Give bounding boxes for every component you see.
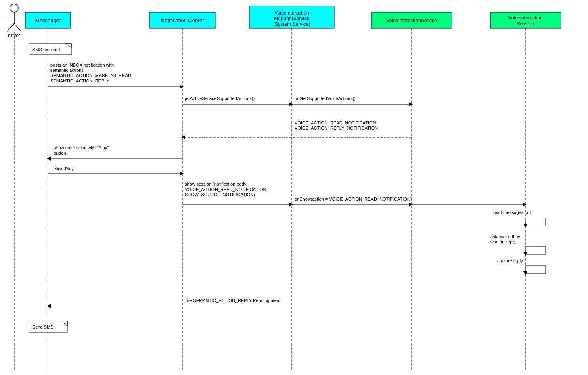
svg-marker-50 <box>180 172 184 176</box>
svg-text:ask user if they: ask user if they <box>490 234 520 239</box>
svg-text:VoiceInteraction: VoiceInteraction <box>274 10 309 16</box>
svg-line-4 <box>14 23 21 31</box>
svg-text:Notification Center: Notification Center <box>161 17 205 23</box>
svg-text:driver: driver <box>8 33 20 38</box>
svg-text:SEMANTIC_ACTION_REPLY: SEMANTIC_ACTION_REPLY <box>50 78 110 83</box>
svg-text:VOICE_ACTION_REPLY_NOTIFICATIO: VOICE_ACTION_REPLY_NOTIFICATION <box>295 126 378 130</box>
svg-canvas: Messenger Notification Center VoiceInter… <box>0 0 588 375</box>
svg-text:ManagerService: ManagerService <box>274 16 310 21</box>
svg-marker-33 <box>180 85 184 89</box>
svg-text:click "Play": click "Play" <box>54 166 75 171</box>
svg-text:fire SEMANTIC_ACTION_REPLY Pen: fire SEMANTIC_ACTION_REPLY PendingIntent <box>186 298 280 303</box>
svg-text:onShow(action = VOICE_ACTION_R: onShow(action = VOICE_ACTION_READ_NOTIFI… <box>295 197 412 201</box>
svg-marker-43 <box>181 135 185 139</box>
svg-text:VOICE_ACTION_READ_NOTIFICATION: VOICE_ACTION_READ_NOTIFICATION, <box>295 120 377 125</box>
svg-text:read messages out: read messages out <box>493 210 531 215</box>
svg-text:SEMANTIC_ACTION_MARK_AS_READ,: SEMANTIC_ACTION_MARK_AS_READ, <box>50 73 132 78</box>
svg-text:capture reply: capture reply <box>497 258 523 263</box>
svg-text:posts an INBOX notification wi: posts an INBOX notification with <box>50 63 114 67</box>
svg-text:Send SMS: Send SMS <box>32 325 54 329</box>
svg-marker-39 <box>409 102 413 106</box>
svg-text:show notification with "Play": show notification with "Play" <box>54 145 109 150</box>
svg-marker-60 <box>523 203 527 207</box>
svg-marker-76 <box>47 304 51 308</box>
svg-text:getActiveServiceSupportedActio: getActiveServiceSupportedActions() <box>184 96 255 101</box>
svg-line-3 <box>7 23 14 31</box>
svg-text:semantic actions: semantic actions <box>50 68 84 73</box>
svg-text:VoiceInteraction: VoiceInteraction <box>508 15 542 21</box>
svg-text:show session (notification bod: show session (notification body, <box>185 182 247 186</box>
svg-text:VoiceInteractionService: VoiceInteractionService <box>386 18 437 23</box>
svg-text:button: button <box>54 151 66 155</box>
svg-rect-71 <box>525 266 546 274</box>
svg-rect-67 <box>525 246 546 254</box>
svg-point-0 <box>10 4 18 12</box>
svg-text:Messenger: Messenger <box>35 17 61 23</box>
svg-text:VOICE_ACTION_READ_NOTIFICATION: VOICE_ACTION_READ_NOTIFICATION, <box>185 187 268 192</box>
svg-marker-47 <box>47 157 51 161</box>
svg-text:Session: Session <box>517 21 534 27</box>
svg-text:SMS received: SMS received <box>32 47 60 52</box>
svg-text:SHOW_SOURCE_NOTIFICATION): SHOW_SOURCE_NOTIFICATION) <box>185 192 255 197</box>
svg-rect-62 <box>525 218 546 226</box>
svg-text:want to reply: want to reply <box>490 239 516 244</box>
sequence-diagram: Messenger Notification Center VoiceInter… <box>0 0 588 375</box>
svg-text:onGetSupportedVoiceActions(): onGetSupportedVoiceActions() <box>295 96 356 101</box>
svg-text:(System Service): (System Service) <box>273 21 310 27</box>
